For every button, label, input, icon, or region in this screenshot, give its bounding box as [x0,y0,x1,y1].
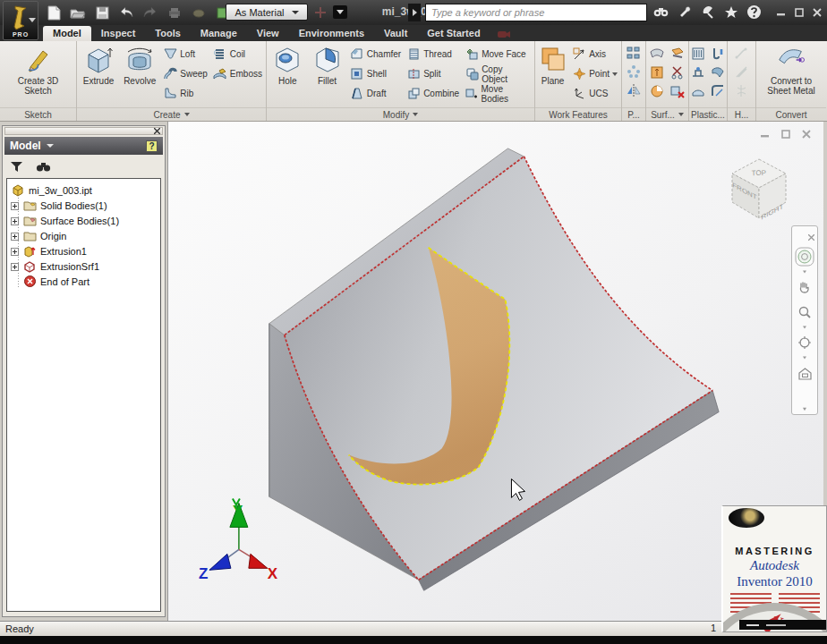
orbit-button[interactable] [794,332,815,353]
boss-button[interactable] [689,64,707,81]
navbar-close-button[interactable] [808,228,814,244]
expand-plus-icon[interactable] [11,232,19,240]
tab-model[interactable]: Model [43,26,91,41]
loft-button[interactable]: Loft [161,45,209,64]
fillet-button[interactable]: Fillet [308,44,345,106]
look-at-button[interactable] [794,362,815,384]
tree-item-surface-bodies[interactable]: Surface Bodies(1) [7,213,160,228]
tab-manage[interactable]: Manage [191,26,247,41]
boundary-patch-button[interactable] [648,82,666,100]
split-button[interactable]: Split [405,64,461,83]
orbit-dropdown[interactable] [803,356,806,360]
move-face-button[interactable]: Move Face [463,45,533,64]
tab-inspect[interactable]: Inspect [91,26,146,41]
shell-button[interactable]: Shell [348,64,403,83]
snap-fit-button[interactable] [709,45,727,63]
close-button[interactable] [809,4,824,20]
navbar-more-button[interactable] [803,407,806,411]
help-button[interactable] [745,3,763,21]
chamfer-button[interactable]: Chamfer [348,45,403,64]
tab-view[interactable]: View [247,26,289,41]
doc-close-button[interactable] [800,129,813,140]
browser-header[interactable]: Model ? [4,137,163,155]
thread-button[interactable]: Thread [405,45,461,64]
browser-close-button[interactable] [151,126,162,136]
panel-label-work-features[interactable]: Work Features [535,107,621,121]
panel-label-sketch[interactable]: Sketch [0,107,76,121]
move-bodies-button[interactable]: Move Bodies [463,84,533,103]
expand-plus-icon[interactable] [11,201,19,209]
point-button[interactable]: Point [570,64,619,83]
expand-plus-icon[interactable] [11,216,19,225]
tree-item-origin[interactable]: Origin [7,228,160,243]
thicken-button[interactable] [648,64,666,81]
copy-object-button[interactable]: Copy Object [463,64,533,83]
draft-button[interactable]: Draft [348,84,403,103]
lip-button[interactable] [709,64,727,81]
trim-surface-button[interactable] [669,64,686,81]
tab-tools[interactable]: Tools [145,26,191,41]
material-dropdown[interactable]: As Material [226,4,308,21]
coil-button[interactable]: Coil [211,45,264,64]
rest-button[interactable] [689,82,707,100]
doc-minimize-button[interactable] [759,129,772,140]
emboss-button[interactable]: Emboss [211,64,264,83]
panel-label-convert[interactable]: Convert [756,107,826,121]
sculpt-button[interactable] [669,45,686,63]
restore-button[interactable] [791,4,806,20]
harness-segment-button[interactable] [733,63,751,80]
open-file-button[interactable] [69,4,87,21]
doc-restore-button[interactable] [780,129,792,140]
sweep-button[interactable]: Sweep [161,64,209,83]
panel-label-surface[interactable]: Surf... [646,107,688,121]
help-search-input[interactable] [425,4,647,21]
browser-help-icon[interactable]: ? [146,140,158,152]
search-expand-button[interactable] [408,4,421,21]
grille-button[interactable] [689,45,707,63]
browser-grab-bar[interactable] [4,127,163,135]
application-menu-button[interactable]: PRO [3,1,38,40]
plane-button[interactable]: Plane [537,44,568,106]
pan-button[interactable] [794,276,815,298]
tree-item-end-of-part[interactable]: End of Part [7,274,160,289]
tree-item-extrusionsrf1[interactable]: ExtrusionSrf1 [7,258,160,274]
zoom-button[interactable] [794,301,815,323]
tab-environments[interactable]: Environments [289,26,374,41]
panel-label-plastic[interactable]: Plastic... [689,107,727,121]
save-button[interactable] [93,4,111,21]
tree-item-extrusion1[interactable]: Extrusion1 [7,243,160,258]
expand-plus-icon[interactable] [11,262,19,270]
customize-button[interactable] [675,3,694,21]
tree-item-solid-bodies[interactable]: Solid Bodies(1) [7,198,160,213]
expand-plus-icon[interactable] [11,247,19,255]
panel-label-modify[interactable]: Modify [267,107,534,121]
panel-label-harness[interactable]: H... [728,107,755,121]
hole-button[interactable]: Hole [269,44,306,106]
new-file-button[interactable] [45,4,63,21]
steering-wheel-dropdown[interactable] [803,270,806,274]
delete-face-button[interactable] [669,82,686,100]
viewcube[interactable]: TOP FRONT RIGHT [725,154,793,227]
panel-label-create[interactable]: Create [77,107,266,121]
steering-wheel-button[interactable] [794,246,815,267]
create-3d-sketch-button[interactable]: Create 3D Sketch [15,44,62,106]
mirror-button[interactable] [625,81,643,99]
rule-fillet-button[interactable] [709,82,727,100]
stitch-surface-button[interactable] [648,45,666,63]
search-binoculars-icon[interactable] [36,161,51,173]
combine-button[interactable]: Combine [405,84,461,103]
revolve-button[interactable]: Revolve [120,44,159,106]
ucs-button[interactable]: UCS [570,84,619,103]
search-button[interactable] [652,3,670,21]
panel-label-pattern[interactable]: P... [622,107,645,121]
harness-connector-button[interactable] [733,81,751,99]
tab-get-started[interactable]: Get Started [417,26,490,41]
print-button[interactable] [166,4,183,21]
redo-button[interactable] [141,4,159,21]
minimize-button[interactable] [773,4,789,20]
harness-route-button[interactable] [733,44,751,62]
axis-button[interactable]: Axis [570,45,619,64]
circular-pattern-button[interactable] [625,63,643,80]
rectangular-pattern-button[interactable] [625,44,643,62]
tree-item-part[interactable]: mi_3w_003.ipt [7,182,160,198]
